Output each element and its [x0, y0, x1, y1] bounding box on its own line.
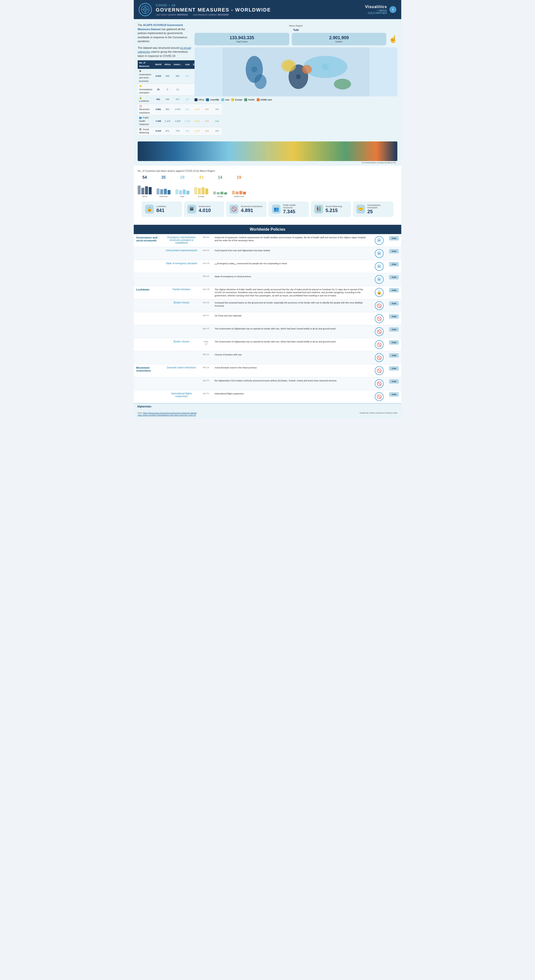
date-cell: mar-28 [200, 286, 212, 299]
total-cases-box: 133.943.335 Total Cases [195, 33, 289, 45]
concentration-chart [138, 142, 397, 161]
policy-row: feb-01 All China and Iran nationals 🚫 As… [134, 312, 401, 325]
category-cell-empty [134, 247, 163, 260]
region-bars [232, 180, 246, 194]
svg-point-15 [296, 74, 301, 79]
date-cell: ago-21 [200, 325, 212, 338]
subcategory-cell: Border closure [163, 338, 200, 351]
date-cell: feb-24 [200, 273, 212, 286]
region-tag: Asia [389, 288, 399, 293]
policy-icon: 🚫 [375, 366, 384, 375]
policy-icon: 🚫 [375, 392, 384, 401]
policies-section: Worldwide Policies Governance and socio-… [134, 225, 401, 410]
icon-cell: 🚫 [372, 377, 387, 390]
kpi-info: Social distancing 5.215 [325, 205, 342, 213]
description-detail: The dataset was structured around six br… [138, 46, 192, 58]
region-bar [205, 188, 208, 194]
region-tag: Asia [389, 366, 399, 371]
region-tag: Asia [389, 262, 399, 266]
americas-val: 950 [172, 69, 183, 84]
description-panel: The ACAPS #COVID19 Government Measures D… [138, 23, 192, 135]
concentration-bar-section: % Concentration of cases by Macro Re... [134, 140, 401, 166]
africa-val: 599 [163, 69, 172, 84]
asia-val: 819 [183, 104, 192, 115]
subcategory-cell-empty [163, 351, 200, 364]
region-row: 54 Africa 35 Americas 28 Asia 43 Europe … [138, 175, 397, 197]
legend-dot [231, 98, 234, 101]
region-item: 28 Asia [175, 175, 189, 197]
legend: AfricaAmericasAsiaEuropePacificMiddle ea… [195, 98, 397, 101]
region-bar [168, 190, 170, 194]
icon-cell: 🚫 [372, 364, 387, 377]
kpi-info: Lockdown 841 [156, 205, 166, 213]
policy-row: Border checks mar-01 Increased the scree… [134, 299, 401, 312]
description-cell: Closure of borders with Iran [212, 351, 372, 364]
description-cell: The Government of Afghanistan has re-ope… [212, 325, 372, 338]
creator: created by: Diana Caicedo & Federica Val… [359, 412, 397, 416]
svg-point-13 [284, 61, 294, 71]
date-cell: giu-24 [200, 377, 212, 390]
icon-cell: 🏛 [372, 247, 387, 260]
hand-icon[interactable]: ☝ [389, 33, 397, 45]
subcategory-cell: Limit product imports/exports [163, 247, 200, 260]
legend-dot [244, 98, 247, 101]
region-bar [149, 187, 152, 194]
category-cell-empty [134, 351, 163, 364]
legend-label: Africa [198, 99, 204, 101]
region-name: Middle east [232, 196, 246, 197]
region-count: 54 [138, 175, 152, 180]
deaths-number: 2.901.909 [296, 35, 383, 40]
country-stats-section: No. of Countries had taken actions again… [134, 166, 401, 225]
measure-label: 🔒Lockdown [138, 95, 154, 104]
region-bar [160, 189, 163, 194]
subcategory-cell-empty [163, 273, 200, 286]
region-bar [224, 192, 227, 194]
icon-cell: 🏛 [372, 273, 387, 286]
asia-val [183, 84, 192, 95]
info-button[interactable]: i [389, 6, 396, 13]
africa-val: 950 [163, 104, 172, 115]
kpi-info: Governance 4.010 [198, 205, 211, 213]
policy-icon: 🚫 [375, 379, 384, 388]
kpi-icon: 🔒 [145, 205, 154, 213]
six-categories-link[interactable]: six broad categories [138, 46, 191, 53]
region-bar [175, 189, 178, 194]
kpi-icon: 🤝 [356, 205, 365, 213]
date-cell: mag-14 [200, 338, 212, 351]
region-cell: Asia [387, 247, 401, 260]
world-map[interactable] [195, 47, 397, 96]
region-bar [157, 188, 159, 194]
description-text: The ACAPS #COVID19 Government Measures D… [138, 23, 192, 43]
subcategory-cell-empty [163, 377, 200, 390]
africa-val: 5 [163, 84, 172, 95]
date-cell: mar-01 [200, 247, 212, 260]
policy-row: Lockdown Partial lockdown mar-28 The Afg… [134, 286, 401, 299]
region-item: 19 Middle east [232, 175, 246, 197]
policy-icon: 🏛 [375, 249, 384, 258]
policies-header: Worldwide Policies [134, 225, 401, 234]
kpi-card: 🔒 Lockdown 841 [141, 202, 182, 217]
legend-label: Middle east [260, 99, 272, 101]
data-link[interactable]: https://www.acaps.org/covid19-government… [143, 412, 197, 414]
legend-item: Americas [206, 98, 219, 101]
kpi-value: 5.215 [325, 208, 342, 213]
region-tag: Asia [389, 275, 399, 280]
top-section: The ACAPS #COVID19 Government Measures D… [134, 19, 401, 140]
region-name: Pacific [213, 196, 227, 197]
description-cell: Avoid domestic travel to the Herat provi… [212, 364, 372, 377]
measure-label: 🤝Humanitarian exemption [138, 84, 154, 95]
map-stats-panel: Macro Region Tutti 133.943.335 Total Cas… [195, 23, 397, 135]
region-tag: Asia [389, 340, 399, 345]
policy-icon: 🏛 [375, 236, 384, 245]
date1: Last Cases Updated: 08/04/2021 [156, 13, 188, 16]
region-bar [236, 191, 238, 194]
tableau-link[interactable]: https://www.visualitics.it/blog/tableau-… [138, 414, 196, 416]
svg-point-14 [251, 67, 257, 72]
measures-table-container: No. of Measures World Africa Ameri... As… [138, 60, 192, 135]
description-cell: review list of equipment, medical requir… [212, 234, 372, 247]
subcategory-cell: Domestic travel restrictions [163, 364, 200, 377]
policies-table: Governance and socio-economic Emergency … [134, 234, 401, 404]
region-bar [183, 189, 186, 194]
macro-region-label: Macro Region Tutti [195, 23, 397, 32]
concentration-label: % Concentration of cases by Macro Re... [138, 162, 397, 164]
